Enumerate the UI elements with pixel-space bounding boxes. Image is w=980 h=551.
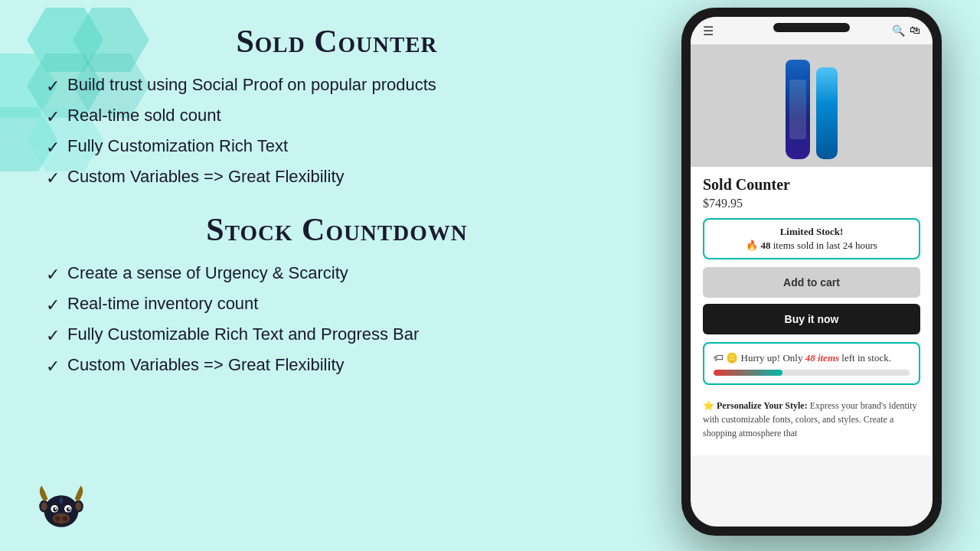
product-price: $749.95 bbox=[703, 197, 920, 210]
snowboard-1 bbox=[786, 60, 810, 159]
status-bar: ☰ 🔍 🛍 bbox=[691, 17, 933, 44]
stock-countdown-text: 🏷 🪙 Hurry up! Only 48 items left in stoc… bbox=[714, 351, 910, 365]
stock-count-highlight: 48 items bbox=[805, 352, 839, 364]
feature-item: ✓ Custom Variables => Great Flexibility bbox=[46, 355, 628, 377]
feature-item: ✓ Create a sense of Urgency & Scarcity bbox=[46, 263, 628, 285]
buy-now-button[interactable]: Buy it now bbox=[703, 304, 920, 334]
feature-item: ✓ Real-time sold count bbox=[46, 106, 628, 127]
checkmark-icon: ✓ bbox=[46, 295, 60, 315]
phone-frame: ☰ 🔍 🛍 Sold Counter $749.95 Limi bbox=[681, 8, 942, 536]
checkmark-icon: ✓ bbox=[46, 357, 60, 377]
checkmark-icon: ✓ bbox=[46, 77, 60, 96]
product-image bbox=[786, 52, 838, 159]
badge-title: Limited Stock! bbox=[714, 226, 910, 238]
checkmark-icon: ✓ bbox=[46, 138, 60, 158]
svg-point-20 bbox=[63, 516, 67, 520]
svg-point-16 bbox=[55, 508, 57, 510]
coin-icon: 🪙 bbox=[726, 352, 738, 364]
notch bbox=[773, 23, 850, 32]
feature-item: ✓ Fully Customization Rich Text bbox=[46, 136, 628, 158]
badge-suffix: items sold in last 24 hours bbox=[773, 240, 877, 251]
phone-screen: ☰ 🔍 🛍 Sold Counter $749.95 Limi bbox=[691, 17, 933, 527]
stock-countdown-widget: 🏷 🪙 Hurry up! Only 48 items left in stoc… bbox=[703, 342, 920, 385]
badge-subtitle: 🔥 48 items sold in last 24 hours bbox=[714, 240, 910, 252]
bull-logo bbox=[31, 474, 92, 536]
checkmark-icon: ✓ bbox=[46, 265, 60, 285]
sold-counter-features: ✓ Build trust using Social Proof on popu… bbox=[46, 75, 628, 188]
progress-bar-fill bbox=[714, 370, 782, 376]
sold-counter-title: Sold Counter bbox=[46, 23, 628, 60]
product-image-area bbox=[691, 44, 933, 167]
tag-icon: 🏷 bbox=[714, 352, 724, 364]
hurry-text-prefix: Hurry up! Only bbox=[741, 352, 803, 364]
phone-mockup: ☰ 🔍 🛍 Sold Counter $749.95 Limi bbox=[681, 8, 957, 543]
hurry-text-suffix: left in stock. bbox=[841, 352, 891, 364]
feature-item: ✓ Real-time inventory count bbox=[46, 294, 628, 315]
left-panel: Sold Counter ✓ Build trust using Social … bbox=[46, 23, 628, 399]
snowboard-2 bbox=[816, 67, 838, 159]
svg-point-11 bbox=[75, 502, 81, 510]
status-icons: 🔍 🛍 bbox=[892, 24, 920, 37]
product-title: Sold Counter bbox=[703, 176, 920, 194]
svg-point-10 bbox=[41, 502, 47, 510]
checkmark-icon: ✓ bbox=[46, 326, 60, 346]
stock-countdown-title: Stock Countdown bbox=[46, 211, 628, 248]
feature-item: ✓ Build trust using Social Proof on popu… bbox=[46, 75, 628, 96]
product-info: Sold Counter $749.95 Limited Stock! 🔥 48… bbox=[691, 167, 933, 455]
feature-item: ✓ Custom Variables => Great Flexibility bbox=[46, 167, 628, 188]
sold-count: 48 bbox=[760, 240, 770, 251]
sold-counter-badge: Limited Stock! 🔥 48 items sold in last 2… bbox=[703, 218, 920, 259]
checkmark-icon: ✓ bbox=[46, 168, 60, 188]
menu-icon[interactable]: ☰ bbox=[703, 24, 714, 38]
personalize-label: ⭐ Personalize Your Style: bbox=[703, 400, 808, 411]
svg-point-17 bbox=[68, 508, 70, 510]
cart-icon[interactable]: 🛍 bbox=[910, 24, 920, 37]
svg-point-19 bbox=[55, 516, 60, 520]
personalize-section: ⭐ Personalize Your Style: Express your b… bbox=[703, 393, 920, 446]
progress-bar-container bbox=[714, 370, 910, 376]
add-to-cart-button[interactable]: Add to cart bbox=[703, 267, 920, 298]
search-icon[interactable]: 🔍 bbox=[892, 24, 905, 37]
fire-icon: 🔥 bbox=[746, 240, 758, 251]
feature-item: ✓ Fully Customizable Rich Text and Progr… bbox=[46, 324, 628, 346]
checkmark-icon: ✓ bbox=[46, 107, 60, 127]
stock-countdown-features: ✓ Create a sense of Urgency & Scarcity ✓… bbox=[46, 263, 628, 377]
